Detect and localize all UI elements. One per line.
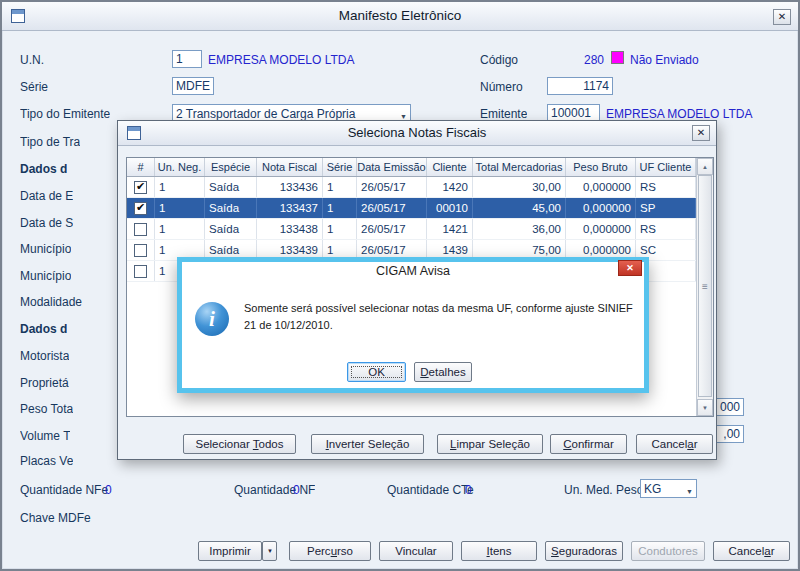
chave-mdfe-label: Chave MDFe <box>20 511 91 525</box>
detalhes-button[interactable]: Detalhes <box>414 362 472 382</box>
checkbox-cell <box>127 219 155 239</box>
itens-button[interactable]: Itens <box>461 541 537 561</box>
column-header[interactable]: Un. Neg. <box>155 158 205 176</box>
form-label: Data de E <box>20 189 73 203</box>
column-header[interactable]: Nota Fiscal <box>257 158 323 176</box>
table-cell: 26/05/17 <box>357 177 427 197</box>
table-cell: 1 <box>323 219 357 239</box>
column-header[interactable]: Peso Bruto <box>566 158 636 176</box>
scroll-up-icon[interactable] <box>697 158 713 175</box>
serie-field[interactable]: MDFE <box>172 77 214 95</box>
qtde-nf-value: 0 <box>293 483 300 497</box>
column-header[interactable]: # <box>127 158 155 176</box>
table-cell: 26/05/17 <box>357 219 427 239</box>
notas-titlebar: Seleciona Notas Fiscais <box>118 121 716 146</box>
column-header[interactable]: Data Emissão <box>357 158 427 176</box>
scrollbar-thumb[interactable] <box>698 175 712 397</box>
table-cell: 30,00 <box>473 177 566 197</box>
row-checkbox[interactable] <box>134 202 147 215</box>
notas-close-button[interactable] <box>692 125 710 141</box>
row-checkbox[interactable] <box>134 181 147 194</box>
dialog-title: CIGAM Avisa <box>182 264 644 278</box>
table-cell: Saída <box>205 198 257 218</box>
imprimir-button[interactable]: Imprimir <box>198 541 262 561</box>
inverter-selecao-button[interactable]: Inverter Seleção <box>311 434 424 454</box>
selecionar-todos-button[interactable]: Selecionar Todos <box>183 434 296 454</box>
form-label: Município <box>20 242 71 256</box>
form-label: Volume T <box>20 429 70 443</box>
table-cell: RS <box>636 177 696 197</box>
form-label: Modalidade <box>20 295 82 309</box>
column-header[interactable]: Cliente <box>427 158 473 176</box>
column-header[interactable]: Série <box>323 158 357 176</box>
table-cell: 1 <box>155 219 205 239</box>
form-label: Motorista <box>20 349 69 363</box>
dialog-close-icon[interactable] <box>618 260 642 276</box>
table-row[interactable]: 1Saída133438126/05/17142136,000,000000RS <box>127 219 713 240</box>
column-header[interactable]: Espécie <box>205 158 257 176</box>
un-field[interactable]: 1 <box>172 50 202 68</box>
qtde-nfe-label: Quantidade NFe <box>20 483 108 497</box>
form-label: Data de S <box>20 216 73 230</box>
table-cell: 1421 <box>427 219 473 239</box>
seguradoras-button[interactable]: Seguradoras <box>545 541 623 561</box>
table-cell: 0,000000 <box>566 219 636 239</box>
table-cell: 45,00 <box>473 198 566 218</box>
scroll-down-icon[interactable] <box>697 399 713 416</box>
numero-field[interactable]: 1174 <box>547 77 613 95</box>
checkbox-cell <box>127 240 155 260</box>
codigo-label: Código <box>480 53 518 67</box>
qtde-nf-label: Quantidade NF <box>234 483 315 497</box>
un-company-text: EMPRESA MODELO LTDA <box>208 53 354 67</box>
close-button[interactable] <box>773 9 791 25</box>
table-cell: 133438 <box>257 219 323 239</box>
table-cell: 1 <box>323 198 357 218</box>
chevron-down-icon <box>686 482 693 498</box>
form-label: Dados d <box>20 162 67 176</box>
qtde-cte-label: Quantidade CTe <box>387 483 474 497</box>
status-color-swatch <box>611 51 624 64</box>
row-checkbox[interactable] <box>134 265 147 278</box>
percurso-button[interactable]: Percurso <box>289 541 371 561</box>
table-cell: Saída <box>205 177 257 197</box>
form-label: Peso Tota <box>20 402 73 416</box>
selected-option: KG <box>644 482 661 496</box>
checkbox-cell <box>127 177 155 197</box>
table-cell: 00010 <box>427 198 473 218</box>
form-label: Tipo de Tra <box>20 135 80 149</box>
selected-option: 2 Transportador de Carga Própria <box>176 107 355 121</box>
table-row[interactable]: 1Saída133436126/05/17142030,000,000000RS <box>127 177 713 198</box>
table-cell: 0,000000 <box>566 177 636 197</box>
table-cell: 133436 <box>257 177 323 197</box>
confirmar-button[interactable]: Confirmar <box>550 434 627 454</box>
notas-cancelar-button[interactable]: Cancelar <box>636 434 713 454</box>
table-cell: 1 <box>155 198 205 218</box>
form-label: Dados d <box>20 322 67 336</box>
table-header-row: #Un. Neg.EspécieNota FiscalSérieData Emi… <box>127 158 713 177</box>
table-cell: 1 <box>323 177 357 197</box>
un-med-peso-label: Un. Med. Peso <box>564 483 643 497</box>
row-checkbox[interactable] <box>134 223 147 236</box>
ok-button[interactable]: OK <box>347 362 406 382</box>
table-cell: 26/05/17 <box>357 198 427 218</box>
column-header[interactable]: UF Cliente <box>636 158 696 176</box>
table-cell: 133437 <box>257 198 323 218</box>
un-med-peso-select[interactable]: KG <box>640 479 697 498</box>
info-icon <box>195 302 229 336</box>
codigo-value: 280 <box>554 53 604 67</box>
table-cell: 1420 <box>427 177 473 197</box>
table-scrollbar[interactable] <box>696 158 713 416</box>
table-cell: 0,000000 <box>566 198 636 218</box>
row-checkbox[interactable] <box>134 244 147 257</box>
limpar-selecao-button[interactable]: Limpar Seleção <box>437 434 543 454</box>
column-header[interactable]: Total Mercadorias <box>473 158 566 176</box>
condutores-button: Condutores <box>631 541 705 561</box>
form-label: Placas Ve <box>20 454 73 468</box>
tipo-emitente-label: Tipo do Emitente <box>20 107 110 121</box>
table-row[interactable]: 1Saída133437126/05/170001045,000,000000S… <box>127 198 713 219</box>
checkbox-cell <box>127 198 155 218</box>
imprimir-dropdown-button[interactable] <box>262 541 277 561</box>
checkbox-cell <box>127 261 155 281</box>
vincular-button[interactable]: Vincular <box>379 541 453 561</box>
cancelar-button[interactable]: Cancelar <box>713 541 790 561</box>
